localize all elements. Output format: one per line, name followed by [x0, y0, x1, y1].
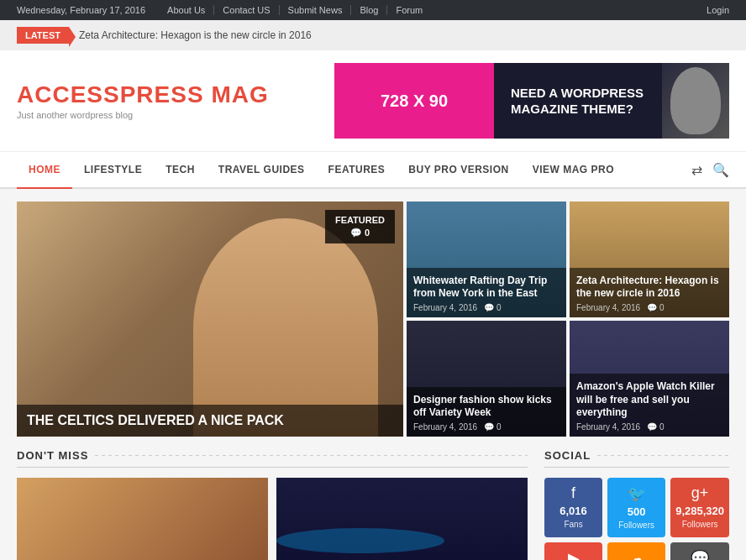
featured-section: FEATURED 💬 0 THE CELTICS DELIVERED A NIC… [0, 189, 746, 449]
featured-item-2-title: Zeta Architecture: Hexagon is the new ci… [576, 275, 722, 301]
google-icon: g+ [675, 484, 724, 502]
facebook-icon: f [549, 484, 597, 502]
dont-miss-item-1[interactable] [17, 478, 268, 560]
ticker-text: Zeta Architecture: Hexagon is the new ci… [79, 29, 312, 41]
nav-features[interactable]: FEATURES [317, 152, 397, 187]
featured-main-title: THE CELTICS DELIVERED A NICE PACK [17, 405, 403, 437]
dont-miss-item-2[interactable] [276, 478, 528, 560]
nav-links: HOME LIFESTYLE TECH TRAVEL GUIDES FEATUR… [17, 152, 626, 187]
dont-miss: DON'T MISS [17, 449, 528, 560]
bottom-sections: DON'T MISS SOCIAL f 6,016 Fans 🐦 500 Fol… [0, 449, 746, 560]
facebook-label: Fans [564, 520, 582, 529]
featured-grid: Whitewater Rafting Day Trip from New Yor… [407, 201, 729, 437]
ticker-bar: LATEST Zeta Architecture: Hexagon is the… [0, 20, 746, 50]
featured-item-2-overlay: Zeta Architecture: Hexagon is the new ci… [570, 268, 729, 317]
about-link[interactable]: About Us [159, 5, 214, 15]
social-grid: f 6,016 Fans 🐦 500 Followers g+ 9,285,32… [544, 478, 729, 560]
social-title: SOCIAL [544, 449, 729, 468]
featured-item-1-meta: February 4, 2016 💬 0 [413, 303, 560, 312]
soundcloud-icon: ☁ [612, 549, 660, 560]
dont-miss-title: DON'T MISS [17, 449, 528, 468]
featured-badge: FEATURED 💬 0 [325, 210, 395, 243]
dont-miss-grid [17, 478, 528, 560]
featured-item-4-title: Amazon's Apple Watch Killer will be free… [576, 380, 722, 420]
logo-area: ACCESSPRESS MAG Just another wordpress b… [17, 81, 269, 120]
logo-tagline: Just another wordpress blog [17, 110, 269, 120]
featured-item-2-meta: February 4, 2016 💬 0 [576, 303, 722, 312]
google-count: 9,285,320 [675, 505, 724, 517]
google-label: Followers [682, 520, 718, 529]
shuffle-icon[interactable]: ⇄ [691, 162, 702, 178]
social-soundcloud[interactable]: ☁ 6,598 [607, 542, 665, 560]
featured-item-1[interactable]: Whitewater Rafting Day Trip from New Yor… [407, 201, 566, 317]
nav-buy-pro[interactable]: BUY PRO VERSION [397, 152, 520, 187]
social-section: SOCIAL f 6,016 Fans 🐦 500 Followers g+ 9… [544, 449, 729, 560]
social-facebook[interactable]: f 6,016 Fans [544, 478, 602, 537]
banner-ad[interactable]: 728 X 90 NEED A WORDPRESS MAGAZINE THEME… [334, 63, 729, 139]
logo-accent: MAG [211, 81, 268, 107]
featured-comment-count: 💬 0 [335, 228, 385, 238]
nav-view-mag[interactable]: VIEW MAG PRO [521, 152, 626, 187]
contact-link[interactable]: Contact US [214, 5, 279, 15]
submit-news-link[interactable]: Submit News [280, 5, 352, 15]
nav-icons: ⇄ 🔍 [691, 162, 729, 178]
featured-main[interactable]: FEATURED 💬 0 THE CELTICS DELIVERED A NIC… [17, 201, 403, 437]
search-icon[interactable]: 🔍 [712, 162, 729, 178]
top-bar: Wednesday, February 17, 2016 About Us Co… [0, 0, 746, 20]
featured-item-3-meta: February 4, 2016 💬 0 [413, 422, 560, 432]
blog-link[interactable]: Blog [351, 5, 387, 15]
forum-link[interactable]: Forum [387, 5, 431, 15]
featured-item-1-title: Whitewater Rafting Day Trip from New Yor… [413, 275, 560, 301]
social-youtube[interactable]: ▶ 600 Tube 600 [544, 542, 602, 560]
featured-item-3-title: Designer fashion show kicks off Variety … [413, 394, 560, 420]
social-chat[interactable]: 💬 10 [670, 542, 729, 560]
featured-item-3[interactable]: Designer fashion show kicks off Variety … [407, 321, 566, 437]
social-twitter[interactable]: 🐦 500 Followers [607, 478, 665, 537]
social-google[interactable]: g+ 9,285,320 Followers [670, 478, 729, 537]
nav-lifestyle[interactable]: LIFESTYLE [72, 152, 154, 187]
banner-text: NEED A WORDPRESS MAGAZINE THEME? [511, 85, 712, 118]
nav-tech[interactable]: TECH [154, 152, 207, 187]
date-display: Wednesday, February 17, 2016 [17, 5, 145, 15]
featured-item-4-meta: February 4, 2016 💬 0 [576, 422, 722, 432]
banner-cta: NEED A WORDPRESS MAGAZINE THEME? [494, 63, 729, 139]
youtube-icon: ▶ [549, 549, 597, 560]
login-link[interactable]: Login [707, 5, 729, 15]
ticker-label: LATEST [17, 27, 69, 44]
top-nav: About Us Contact US Submit News Blog For… [159, 5, 431, 15]
header: ACCESSPRESS MAG Just another wordpress b… [0, 50, 746, 152]
featured-item-4[interactable]: Amazon's Apple Watch Killer will be free… [570, 321, 729, 437]
nav-home[interactable]: HOME [17, 152, 72, 189]
logo-main: ACCESSPRESS [17, 81, 204, 107]
featured-item-1-overlay: Whitewater Rafting Day Trip from New Yor… [407, 268, 566, 317]
chat-icon: 💬 [675, 549, 724, 560]
nav-travel[interactable]: TRAVEL GUIDES [207, 152, 317, 187]
featured-item-4-overlay: Amazon's Apple Watch Killer will be free… [570, 374, 729, 437]
logo[interactable]: ACCESSPRESS MAG [17, 81, 269, 108]
featured-item-3-overlay: Designer fashion show kicks off Variety … [407, 387, 566, 437]
banner-size: 728 X 90 [334, 63, 494, 139]
facebook-count: 6,016 [549, 505, 597, 517]
twitter-label: Followers [618, 521, 654, 530]
featured-badge-label: FEATURED [335, 215, 385, 225]
featured-item-2[interactable]: Zeta Architecture: Hexagon is the new ci… [570, 201, 729, 317]
nav-bar: HOME LIFESTYLE TECH TRAVEL GUIDES FEATUR… [0, 152, 746, 189]
twitter-icon: 🐦 [612, 484, 660, 503]
twitter-count: 500 [612, 505, 660, 518]
